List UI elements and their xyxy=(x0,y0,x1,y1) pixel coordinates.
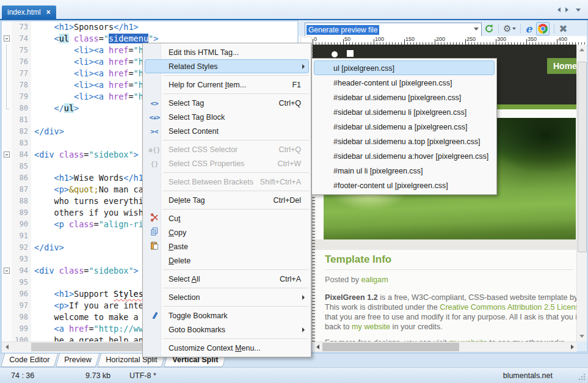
menu-item-selection[interactable]: Selection xyxy=(145,290,309,304)
code-text[interactable]: <p>If you are inter xyxy=(31,300,148,312)
scroll-down-icon[interactable] xyxy=(579,335,584,338)
preview-file-combobox[interactable]: Generate preview file xyxy=(305,23,482,37)
code-text[interactable]: others if you wish xyxy=(31,207,143,219)
menu-item-paste[interactable]: Paste xyxy=(145,239,309,254)
preview-horizontal-scrollbar[interactable] xyxy=(313,341,577,352)
menu-item-edit-this-html-tag[interactable]: Edit this HTML Tag... xyxy=(145,45,309,59)
code-text[interactable]: <ul class="sidemenu"> xyxy=(31,33,158,45)
home-nav-button[interactable]: Home xyxy=(547,58,577,74)
fold-toggle-icon[interactable] xyxy=(4,151,10,158)
menu-item-select-content[interactable]: ><Select Content xyxy=(145,124,309,138)
code-text[interactable]: who turns everythin xyxy=(31,195,148,207)
code-text[interactable] xyxy=(31,114,34,126)
code-text[interactable] xyxy=(31,161,34,172)
code-text[interactable]: <p class="align-rig xyxy=(31,219,148,230)
menu-item-cut[interactable]: Cut xyxy=(145,211,309,225)
submenu-item[interactable]: #sidebar ul.sidemenu [pixelgreen.css] xyxy=(314,90,495,104)
code-text[interactable]: <h1>Sponsors</h1> xyxy=(31,21,139,33)
encoding-status: UTF-8 * xyxy=(129,371,156,380)
code-text[interactable]: <h1>Wise Words</h1> xyxy=(31,172,148,184)
scroll-right-button[interactable] xyxy=(567,342,577,352)
info-text: back to xyxy=(325,323,352,331)
text-link[interactable]: Creative Commons Attribution 2.5 License… xyxy=(440,303,577,312)
tab-close-icon[interactable]: × xyxy=(46,9,51,16)
scroll-tabs-right-icon[interactable] xyxy=(565,7,568,12)
code-text[interactable]: <li><a href="ht xyxy=(31,45,148,56)
code-text[interactable] xyxy=(31,254,34,265)
code-text[interactable]: <div class="sidebox"> xyxy=(31,265,139,277)
fold-gutter xyxy=(2,126,12,137)
resize-grip[interactable] xyxy=(578,373,586,381)
code-text[interactable]: </ul> xyxy=(31,103,79,114)
info-text-line: that you are free to use and modify it f… xyxy=(325,312,573,322)
fold-toggle-icon[interactable] xyxy=(4,35,10,42)
submenu-item[interactable]: #header-content ul [pixelgreen.css] xyxy=(314,75,495,90)
submenu-item[interactable]: #sidebar ul.sidemenu a.top [pixelgreen.c… xyxy=(314,134,495,148)
code-text[interactable]: <li><a href="ht xyxy=(31,56,148,68)
submenu-item[interactable]: #sidebar ul.sidemenu li [pixelgreen.css] xyxy=(314,104,495,119)
submenu-item[interactable]: #sidebar ul.sidemenu a [pixelgreen.css] xyxy=(314,119,495,134)
menu-item-toggle-bookmark[interactable]: Toggle Bookmark xyxy=(145,308,309,323)
submenu-item[interactable]: #main ul li [pixelgreen.css] xyxy=(314,163,495,178)
menu-item-select-between-brackets[interactable]: Select Between BracketsShift+Ctrl+A xyxy=(145,175,309,189)
code-text[interactable]: <h1>Support Stylesh xyxy=(31,288,148,300)
menu-item-help-for-current-item[interactable]: Help for Current Item...F1 xyxy=(145,78,309,92)
submenu-item[interactable]: #sidebar ul.sidemenu a:hover [pixelgreen… xyxy=(314,148,495,163)
menu-item-label: Cut xyxy=(164,214,308,223)
submenu-item[interactable]: #footer-content ul [pixelgreen.css] xyxy=(314,178,495,192)
refresh-icon[interactable] xyxy=(484,24,494,34)
ruler-label: 100 xyxy=(375,36,384,42)
menu-item-copy[interactable]: Copy xyxy=(145,225,309,239)
menu-item-delete[interactable]: Delete xyxy=(145,254,309,268)
fold-gutter xyxy=(2,323,12,335)
scroll-up-icon[interactable] xyxy=(579,48,584,51)
settings-button[interactable]: ⚙ xyxy=(503,24,516,34)
menu-item-goto-bookmarks[interactable]: Goto Bookmarks xyxy=(145,323,309,337)
code-text[interactable]: welcome to make a s xyxy=(31,312,148,323)
scroll-left-button[interactable] xyxy=(313,342,322,352)
scrollbar-thumb[interactable] xyxy=(322,343,459,351)
settings-gear-icon[interactable]: ⚙ xyxy=(503,24,511,34)
menu-item-customize-context-menu[interactable]: Customize Context Menu... xyxy=(145,341,309,355)
view-tab-preview[interactable]: Preview xyxy=(56,354,100,367)
submenu-item[interactable]: ul [pixelgreen.css] xyxy=(314,60,495,75)
author-link[interactable]: ealigam xyxy=(361,275,388,284)
code-text[interactable]: <p>&quot;No man can xyxy=(31,184,148,195)
preview-vertical-scrollbar[interactable] xyxy=(576,45,587,341)
code-text[interactable]: <a href="http://www xyxy=(31,323,148,335)
code-text[interactable]: <li><a href="ht xyxy=(31,91,148,103)
code-text[interactable] xyxy=(31,230,34,242)
menu-item-select-css-properties[interactable]: {}Select CSS PropertiesCtrl+W xyxy=(145,156,309,170)
scroll-left-button[interactable] xyxy=(2,342,12,352)
code-text[interactable]: </div> xyxy=(31,126,64,137)
menu-item-select-css-selector[interactable]: a{}Select CSS SelectorCtrl+Q xyxy=(145,142,309,156)
info-text: that you are free to use and modify it f… xyxy=(325,313,577,321)
tab-list-dropdown-icon[interactable] xyxy=(576,9,581,12)
scrollbar-thumb[interactable] xyxy=(578,62,587,252)
close-icon[interactable]: ✖ xyxy=(559,24,567,34)
tab-index-html[interactable]: index.html × xyxy=(2,5,56,19)
menu-item-select-all[interactable]: Select AllCtrl+A xyxy=(145,272,309,286)
menu-item-select-tag[interactable]: <>Select TagCtrl+Q xyxy=(145,96,309,110)
menu-item-delete-tag[interactable]: Delete TagCtrl+Del xyxy=(145,193,309,207)
fold-toggle-icon[interactable] xyxy=(4,268,10,274)
code-line[interactable]: 73 <h1>Sponsors</h1> xyxy=(2,21,297,33)
code-text[interactable]: <li><a href="ht xyxy=(31,79,148,91)
line-number: 77 xyxy=(12,68,31,79)
scroll-tabs-left-icon[interactable] xyxy=(557,7,561,12)
internet-explorer-icon[interactable]: e xyxy=(525,23,532,35)
menu-item-related-styles[interactable]: Related Styles xyxy=(145,59,309,73)
code-text[interactable]: </div> xyxy=(31,242,64,254)
code-text[interactable]: <div class="sidebox"> xyxy=(31,149,139,161)
view-tab-label: Preview xyxy=(64,354,91,366)
line-number: 93 xyxy=(12,254,31,265)
code-text[interactable]: <li><a href="ht xyxy=(31,68,148,79)
code-text[interactable] xyxy=(31,277,34,288)
text-link[interactable]: my website xyxy=(352,323,390,331)
settings-dropdown-icon[interactable] xyxy=(512,27,516,30)
chevron-down-icon[interactable] xyxy=(474,27,479,31)
view-tab-code-editor[interactable]: Code Editor xyxy=(1,354,58,367)
menu-item-select-tag-block[interactable]: <+>Select Tag Block xyxy=(145,110,309,124)
chrome-browser-button[interactable] xyxy=(536,22,550,35)
code-text[interactable] xyxy=(31,137,34,149)
